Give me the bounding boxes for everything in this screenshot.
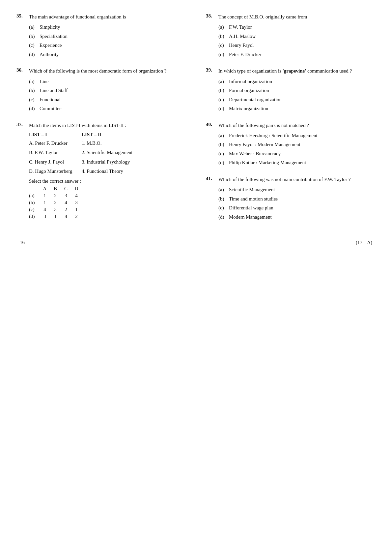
grid-row-d: (d) 3 1 4 2 — [29, 214, 186, 219]
footer-page-left: 16 — [20, 240, 25, 245]
q38-option-b: (b) A.H. Maslow — [218, 33, 376, 40]
grid-d-val-3: 2 — [71, 214, 82, 219]
q40-number: 40. — [206, 122, 218, 127]
question-38: 38. The concept of M.B.O. originally cam… — [206, 13, 376, 58]
q38-opt-d-text: Peter F. Drucker — [229, 51, 376, 58]
list-ii-header: LIST – II — [82, 132, 102, 138]
match-row-a: A. Peter F. Drucker 1. M.B.O. — [29, 139, 186, 147]
q39-text-before: In which type of organization is — [218, 68, 283, 74]
q40-option-a: (a) Frederick Herzburg : Scientific Mana… — [218, 132, 376, 139]
grid-opt-a: (a) — [29, 193, 40, 199]
match-ii-d: 4. Functional Theory — [82, 168, 123, 175]
grid-header-c: C — [61, 186, 71, 192]
grid-b-val-1: 2 — [50, 200, 61, 205]
q40-opt-c-label: (c) — [218, 150, 229, 158]
q36-option-a: (a) Line — [29, 78, 186, 85]
q36-opt-c-label: (c) — [29, 96, 40, 104]
grid-a-val-1: 2 — [50, 193, 61, 199]
q40-opt-b-text: Henry Fayol : Modern Management — [229, 141, 376, 148]
q38-opt-b-text: A.H. Maslow — [229, 33, 376, 40]
match-i-b: B. F.W. Taylor — [29, 149, 82, 156]
match-i-a: A. Peter F. Drucker — [29, 139, 82, 147]
q35-opt-b-label: (b) — [29, 33, 40, 40]
q35-opt-c-label: (c) — [29, 42, 40, 49]
q38-opt-a-text: F.W. Taylor — [229, 23, 376, 31]
q39-options: (a) Informal organization (b) Formal org… — [218, 78, 376, 112]
q41-number: 41. — [206, 176, 218, 181]
q36-opt-b-label: (b) — [29, 87, 40, 94]
q40-opt-d-label: (d) — [218, 159, 229, 167]
grid-header-d: D — [71, 186, 82, 192]
q39-opt-d-label: (d) — [218, 105, 229, 112]
q36-text: Which of the following is the most democ… — [29, 67, 186, 75]
grid-a-val-0: 1 — [40, 193, 50, 199]
q36-opt-a-text: Line — [40, 78, 186, 85]
q40-option-d: (d) Philip Kotlar : Marketing Management — [218, 159, 376, 167]
grid-a-val-2: 3 — [61, 193, 71, 199]
q40-text: Which of the following pairs is not matc… — [218, 122, 376, 129]
q41-opt-c-label: (c) — [218, 204, 229, 212]
q35-option-d: (d) Authority — [29, 51, 186, 58]
grid-c-val-2: 2 — [61, 207, 71, 212]
q35-opt-b-text: Specialization — [40, 33, 186, 40]
grid-a-val-3: 4 — [71, 193, 82, 199]
grid-c-val-3: 1 — [71, 207, 82, 212]
match-row-d: D. Hugo Munsterberg 4. Functional Theory — [29, 168, 186, 175]
q39-grapevine: 'grapevine' — [283, 68, 306, 74]
q38-opt-c-label: (c) — [218, 42, 229, 49]
q39-text-after: communication used ? — [306, 68, 352, 74]
grid-c-val-1: 3 — [50, 207, 61, 212]
q36-opt-d-text: Committee — [40, 105, 186, 112]
grid-opt-c: (c) — [29, 207, 40, 212]
q41-opt-d-label: (d) — [218, 213, 229, 221]
q36-opt-b-text: Line and Staff — [40, 87, 186, 94]
match-row-b: B. F.W. Taylor 2. Scientific Management — [29, 149, 186, 156]
q38-option-d: (d) Peter F. Drucker — [218, 51, 376, 58]
q35-opt-a-text: Simplicity — [40, 23, 186, 31]
grid-row-b: (b) 1 2 4 3 — [29, 200, 186, 205]
q40-options: (a) Frederick Herzburg : Scientific Mana… — [218, 132, 376, 167]
q41-opt-b-label: (b) — [218, 195, 229, 203]
q39-opt-a-label: (a) — [218, 78, 229, 85]
question-36: 36. Which of the following is the most d… — [16, 67, 186, 112]
question-40: 40. Which of the following pairs is not … — [206, 122, 376, 167]
grid-b-val-3: 3 — [71, 200, 82, 205]
question-41: 41. Which of the following was not main … — [206, 176, 376, 221]
q38-opt-d-label: (d) — [218, 51, 229, 58]
q40-opt-d-text: Philip Kotlar : Marketing Management — [229, 159, 376, 167]
q41-opt-c-text: Differential wage plan — [229, 204, 376, 212]
match-ii-b: 2. Scientific Management — [82, 149, 133, 156]
grid-d-val-2: 4 — [61, 214, 71, 219]
q41-option-b: (b) Time and motion studies — [218, 195, 376, 203]
q35-option-b: (b) Specialization — [29, 33, 186, 40]
q41-opt-b-text: Time and motion studies — [229, 195, 376, 203]
question-35: 35. The main advantage of functional org… — [16, 13, 186, 58]
q38-option-c: (c) Henry Fayol — [218, 42, 376, 49]
grid-b-val-0: 1 — [40, 200, 50, 205]
grid-header-b: B — [50, 186, 61, 192]
footer-page-right: (17 – A) — [356, 240, 372, 245]
q36-opt-c-text: Functional — [40, 96, 186, 104]
q35-opt-d-label: (d) — [29, 51, 40, 58]
q40-option-b: (b) Henry Fayol : Modern Management — [218, 141, 376, 148]
q37-answer-grid: A B C D (a) 1 2 3 4 (b) 1 2 4 3 — [29, 186, 186, 219]
q35-option-c: (c) Experience — [29, 42, 186, 49]
q39-text: In which type of organization is 'grapev… — [218, 67, 376, 75]
match-i-c: C. Henry J. Fayol — [29, 158, 82, 166]
grid-opt-b: (b) — [29, 200, 40, 205]
match-ii-a: 1. M.B.O. — [82, 139, 101, 147]
q35-text: The main advantage of functional organiz… — [29, 13, 186, 21]
q38-text: The concept of M.B.O. originally came fr… — [218, 13, 376, 21]
q35-opt-d-text: Authority — [40, 51, 186, 58]
q36-option-d: (d) Committee — [29, 105, 186, 112]
q37-number: 37. — [16, 122, 29, 127]
q41-option-d: (d) Modern Management — [218, 213, 376, 221]
grid-opt-d: (d) — [29, 214, 40, 219]
q41-opt-a-label: (a) — [218, 186, 229, 194]
q36-option-b: (b) Line and Staff — [29, 87, 186, 94]
q41-options: (a) Scientific Management (b) Time and m… — [218, 186, 376, 221]
grid-d-val-1: 1 — [50, 214, 61, 219]
q37-match-table: LIST – I LIST – II A. Peter F. Drucker 1… — [29, 132, 186, 175]
q35-option-a: (a) Simplicity — [29, 23, 186, 31]
grid-row-c: (c) 4 3 2 1 — [29, 207, 186, 212]
